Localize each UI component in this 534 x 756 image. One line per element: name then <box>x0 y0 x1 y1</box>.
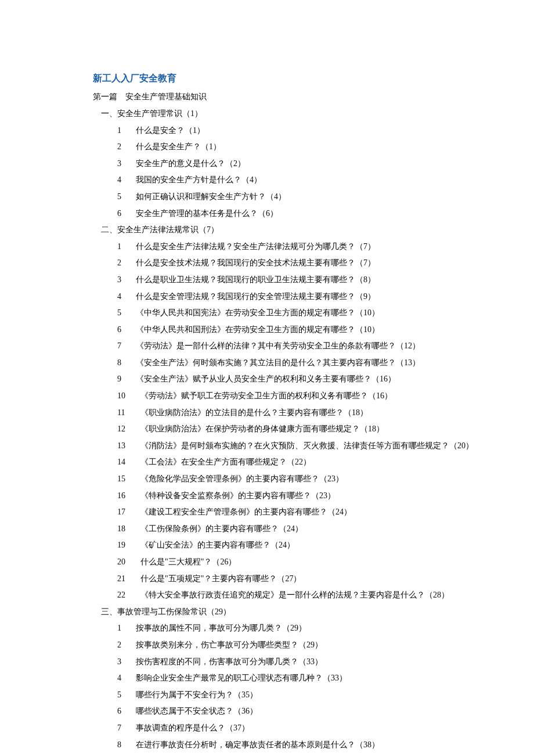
toc-item: 13 《消防法》是何时颁布实施的？在火灾预防、灭火救援、法律责任等方面有哪些规定… <box>93 438 476 454</box>
item-number: 7 <box>117 721 128 736</box>
item-text: 什么是安全生产？（1） <box>128 142 221 151</box>
item-text: 《特种设备安全监察条例》的主要内容有哪些？（23） <box>132 491 335 500</box>
item-number: 3 <box>117 272 128 288</box>
item-number: 4 <box>117 289 128 305</box>
item-number: 15 <box>117 471 132 487</box>
item-text: 什么是"三大规程"？（26） <box>132 557 236 566</box>
item-number: 12 <box>117 422 132 437</box>
toc-item: 2 按事故类别来分，伤亡事故可分为哪些类型？（29） <box>93 638 476 653</box>
item-number: 6 <box>117 206 128 222</box>
item-number: 9 <box>117 372 128 387</box>
item-text: 按事故类别来分，伤亡事故可分为哪些类型？（29） <box>128 640 323 649</box>
item-text: 安全生产管理的基本任务是什么？（6） <box>128 209 278 218</box>
toc-item: 7 事故调查的程序是什么？（37） <box>93 721 476 736</box>
item-number: 19 <box>117 538 132 553</box>
item-text: 我国的安全生产方针是什么？（4） <box>128 175 262 184</box>
item-text: 《劳动法》赋予职工在劳动安全卫生方面的权利和义务有哪些？（16） <box>132 391 392 400</box>
item-number: 2 <box>117 139 128 155</box>
toc-item: 8 在进行事故责任分析时，确定事故责任者的基本原则是什么？（38） <box>93 737 476 753</box>
toc-item: 6 安全生产管理的基本任务是什么？（6） <box>93 206 476 222</box>
item-text: 《建设工程安全生产管理条例》的主要内容有哪些？（24） <box>132 507 352 516</box>
item-text: 《中华人民共和国刑法》在劳动安全卫生方面的规定有哪些？（10） <box>128 325 380 334</box>
item-text: 《矿山安全法》的主要内容有哪些？（24） <box>132 541 295 549</box>
toc-item: 12 《职业病防治法》在保护劳动者的身体健康方面有哪些规定？（18） <box>93 422 476 437</box>
toc-item: 17 《建设工程安全生产管理条例》的主要内容有哪些？（24） <box>93 505 476 520</box>
item-text: 什么是安全技术法规？我国现行的安全技术法规主要有哪些？（7） <box>128 258 376 267</box>
item-number: 6 <box>117 704 128 719</box>
item-text: 《特大安全事故行政责任追究的规定》是一部什么样的法规？主要内容是什么？（28） <box>132 591 449 599</box>
item-text: 什么是安全管理法规？我国现行的安全管理法规主要有哪些？（9） <box>128 292 376 301</box>
item-text: 如何正确认识和理解安全生产方针？（4） <box>128 192 286 201</box>
item-number: 7 <box>117 339 128 354</box>
item-number: 1 <box>117 621 128 636</box>
item-number: 14 <box>117 455 132 470</box>
item-number: 5 <box>117 189 128 205</box>
item-number: 4 <box>117 172 128 188</box>
item-text: 安全生产的意义是什么？（2） <box>128 159 246 168</box>
item-text: 《工会法》在安全生产方面有哪些规定？（22） <box>132 458 311 466</box>
document-title: 新工人入厂安全教育 <box>93 70 476 87</box>
toc-item: 9 《安全生产法》赋予从业人员安全生产的权利和义务主要有哪些？（16） <box>93 372 476 387</box>
item-text: 按伤害程度的不同，伤害事故可分为哪几类？（33） <box>128 657 323 666</box>
toc-item: 2 什么是安全技术法规？我国现行的安全技术法规主要有哪些？（7） <box>93 255 476 271</box>
item-number: 17 <box>117 505 132 520</box>
item-text: 在进行事故责任分析时，确定事故责任者的基本原则是什么？（38） <box>128 740 380 749</box>
item-text: 《工伤保险条例》的主要内容有哪些？（24） <box>132 524 303 533</box>
item-text: 什么是安全生产法律法规？安全生产法律法规可分为哪几类？（7） <box>128 242 376 251</box>
toc-item: 14 《工会法》在安全生产方面有哪些规定？（22） <box>93 455 476 470</box>
toc-item: 18 《工伤保险条例》的主要内容有哪些？（24） <box>93 521 476 537</box>
item-number: 20 <box>117 555 132 570</box>
item-text: 按事故的属性不同，事故可分为哪几类？（29） <box>128 624 306 632</box>
part-heading: 第一篇 安全生产管理基础知识 <box>93 89 476 105</box>
item-number: 2 <box>117 255 128 271</box>
toc-item: 3 按伤害程度的不同，伤害事故可分为哪几类？（33） <box>93 654 476 670</box>
toc-item: 6 《中华人民共和国刑法》在劳动安全卫生方面的规定有哪些？（10） <box>93 322 476 338</box>
item-text: 影响企业安全生产最常见的职工心理状态有哪几种？（33） <box>128 674 347 682</box>
item-number: 18 <box>117 521 132 537</box>
item-text: 《职业病防治法》在保护劳动者的身体健康方面有哪些规定？（18） <box>132 424 384 433</box>
item-text: 什么是安全？（1） <box>128 126 205 135</box>
item-number: 8 <box>117 737 128 753</box>
toc-item: 1 按事故的属性不同，事故可分为哪几类？（29） <box>93 621 476 636</box>
item-number: 6 <box>117 322 128 338</box>
item-text: 《消防法》是何时颁布实施的？在火灾预防、灭火救援、法律责任等方面有哪些规定？（2… <box>132 441 474 450</box>
toc-item: 3 什么是职业卫生法规？我国现行的职业卫生法规主要有哪些？（8） <box>93 272 476 288</box>
item-text: 什么是"五项规定"？主要内容有哪些？（27） <box>132 574 301 583</box>
toc-item: 4 什么是安全管理法规？我国现行的安全管理法规主要有哪些？（9） <box>93 289 476 305</box>
toc-item: 1 什么是安全？（1） <box>93 123 476 139</box>
toc-item: 7 《劳动法》是一部什么样的法律？其中有关劳动安全卫生的条款有哪些？（12） <box>93 339 476 354</box>
item-number: 11 <box>117 405 132 421</box>
item-text: 《劳动法》是一部什么样的法律？其中有关劳动安全卫生的条款有哪些？（12） <box>128 341 420 350</box>
item-text: 哪些状态属于不安全状态？（36） <box>128 707 258 715</box>
item-text: 《安全生产法》何时颁布实施？其立法目的是什么？其主要内容有哪些？（13） <box>128 358 420 367</box>
item-number: 4 <box>117 671 128 686</box>
item-number: 1 <box>117 239 128 255</box>
toc-item: 4 影响企业安全生产最常见的职工心理状态有哪几种？（33） <box>93 671 476 686</box>
toc-item: 8 《安全生产法》何时颁布实施？其立法目的是什么？其主要内容有哪些？（13） <box>93 355 476 371</box>
item-number: 5 <box>117 687 128 703</box>
toc-item: 21 什么是"五项规定"？主要内容有哪些？（27） <box>93 571 476 587</box>
toc-item: 16 《特种设备安全监察条例》的主要内容有哪些？（23） <box>93 488 476 504</box>
section-heading: 三、事故管理与工伤保险常识（29） <box>93 604 476 620</box>
item-text: 《安全生产法》赋予从业人员安全生产的权利和义务主要有哪些？（16） <box>128 375 396 383</box>
item-number: 9 <box>117 754 128 756</box>
item-text: 《中华人民共和国宪法》在劳动安全卫生方面的规定有哪些？（10） <box>128 308 380 317</box>
toc-item: 1 什么是安全生产法律法规？安全生产法律法规可分为哪几类？（7） <box>93 239 476 255</box>
toc-item: 9 预防事故的基本原则是什么？（39） <box>93 754 476 756</box>
section-heading: 一、安全生产管理常识（1） <box>93 106 476 122</box>
item-text: 事故调查的程序是什么？（37） <box>128 723 250 732</box>
item-number: 16 <box>117 488 132 504</box>
section-heading: 二、安全生产法律法规常识（7） <box>93 222 476 238</box>
item-number: 1 <box>117 123 128 139</box>
toc-item: 2 什么是安全生产？（1） <box>93 139 476 155</box>
toc-item: 3 安全生产的意义是什么？（2） <box>93 156 476 172</box>
item-number: 5 <box>117 305 128 321</box>
item-text: 《职业病防治法》的立法目的是什么？主要内容有哪些？（18） <box>132 408 368 417</box>
item-text: 哪些行为属于不安全行为？（35） <box>128 690 258 699</box>
toc-item: 5 哪些行为属于不安全行为？（35） <box>93 687 476 703</box>
toc-item: 22 《特大安全事故行政责任追究的规定》是一部什么样的法规？主要内容是什么？（2… <box>93 588 476 603</box>
toc-item: 6 哪些状态属于不安全状态？（36） <box>93 704 476 719</box>
item-number: 10 <box>117 388 132 404</box>
item-number: 21 <box>117 571 132 587</box>
item-number: 13 <box>117 438 132 454</box>
